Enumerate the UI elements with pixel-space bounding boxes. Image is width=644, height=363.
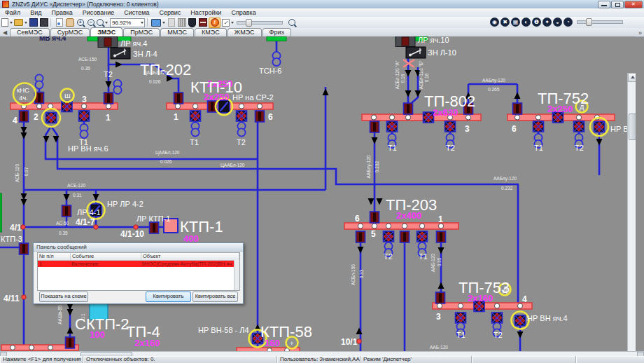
toggle-contrast-icon[interactable] bbox=[522, 18, 531, 27]
breaker-tp202-yach6[interactable] bbox=[46, 113, 57, 123]
opacity-slider[interactable] bbox=[237, 21, 283, 25]
minimize-button[interactable] bbox=[598, 1, 610, 8]
ground-switch-zn-l10[interactable] bbox=[406, 47, 426, 58]
show-on-scheme-button[interactable]: Показать на схеме bbox=[39, 292, 88, 302]
scheme-label: Т1 bbox=[456, 331, 465, 339]
cell-ktp10-t1[interactable] bbox=[190, 111, 201, 121]
toggle-num-icon[interactable] bbox=[532, 18, 541, 27]
toggle-quarter-icon[interactable] bbox=[564, 18, 573, 27]
zoom-out-button[interactable]: − bbox=[86, 18, 95, 27]
layers-icon bbox=[178, 18, 186, 27]
cell-tp802-in1[interactable] bbox=[404, 103, 413, 114]
dialog-title[interactable]: Панель сообщений bbox=[34, 243, 243, 252]
cell-tp202-t1[interactable] bbox=[79, 111, 90, 121]
menu-item-Рисование[interactable]: Рисование bbox=[78, 8, 119, 17]
cell-tp203-t2[interactable] bbox=[384, 231, 394, 242]
cell-tp203-6[interactable] bbox=[356, 231, 365, 242]
cell-ktp3[interactable] bbox=[20, 243, 29, 254]
journal-button[interactable] bbox=[198, 18, 207, 27]
menu-item-Справка[interactable]: Справка bbox=[226, 8, 260, 17]
tabs-overflow-chevron[interactable]: » bbox=[638, 29, 642, 36]
disconnector-lr-yach10[interactable] bbox=[396, 36, 415, 47]
cell-ktp10-1[interactable] bbox=[174, 93, 183, 104]
cell-tp202-4[interactable] bbox=[20, 111, 29, 122]
preview-button[interactable] bbox=[55, 18, 64, 27]
open-button[interactable] bbox=[14, 18, 27, 27]
disconnector-lr-4-1[interactable] bbox=[62, 205, 71, 217]
cell-tp203-5[interactable] bbox=[370, 212, 379, 223]
cell-tp753-3[interactable] bbox=[436, 292, 445, 303]
tab-СурМЭС[interactable]: СурМЭС bbox=[50, 28, 90, 36]
scale-slider[interactable] bbox=[577, 20, 623, 24]
menu-item-Сервис[interactable]: Сервис bbox=[154, 8, 186, 17]
cell-tp752-t2[interactable] bbox=[574, 121, 584, 132]
open-switch-tp753-vn4[interactable] bbox=[515, 315, 526, 326]
tabs-scroll-left[interactable]: ◀ bbox=[0, 29, 10, 36]
zoom-area-button[interactable] bbox=[97, 18, 108, 27]
new-button[interactable] bbox=[1, 18, 13, 27]
tab-ЗМЭС[interactable]: ЗМЭС bbox=[90, 27, 122, 36]
cell-tp753-t2[interactable] bbox=[492, 313, 503, 323]
message-row[interactable]: 1ВключениеЗНОС|Средняя Ахтуба|ТП-202|ВН … bbox=[38, 261, 239, 267]
toggle-star-icon[interactable] bbox=[542, 18, 552, 27]
disconnector-lr-ktp1[interactable] bbox=[150, 222, 159, 233]
cell-tp752-6[interactable] bbox=[513, 103, 522, 114]
table-scrollbar[interactable] bbox=[234, 260, 239, 290]
column-event[interactable]: Событие bbox=[71, 253, 141, 260]
acknowledge-button[interactable]: Квитировать bbox=[146, 292, 191, 302]
vertical-scrollbar[interactable] bbox=[627, 73, 636, 351]
monitor-button[interactable] bbox=[151, 18, 165, 27]
zoom-in-button[interactable]: + bbox=[76, 18, 85, 27]
maximize-button[interactable] bbox=[611, 1, 624, 8]
tab-ЖМЭС[interactable]: ЖМЭС bbox=[227, 28, 262, 36]
pan-button[interactable] bbox=[65, 18, 74, 27]
column-num[interactable]: № п/л bbox=[38, 253, 71, 260]
menu-item-Файл[interactable]: Файл bbox=[0, 8, 25, 17]
alarm-panel-button[interactable]: ! bbox=[209, 18, 220, 28]
close-button[interactable] bbox=[624, 1, 643, 8]
export-button[interactable] bbox=[39, 18, 48, 27]
zoom-level-combo[interactable]: 96.92% bbox=[110, 18, 145, 27]
cell-tp203-mid[interactable] bbox=[400, 231, 410, 242]
disconnector-lr-yach4[interactable] bbox=[98, 37, 118, 48]
tab-ММЭС[interactable]: ММЭС bbox=[160, 28, 194, 36]
vertical-scroll-thumb[interactable] bbox=[629, 114, 636, 140]
alarm-icon: ! bbox=[211, 18, 219, 27]
cell-tp4-in[interactable] bbox=[66, 337, 75, 348]
toggle-state-icon[interactable] bbox=[490, 18, 499, 27]
cell-tp802-t2[interactable] bbox=[445, 121, 456, 132]
toggle-off-icon[interactable] bbox=[500, 18, 510, 27]
tab-СевМЭС[interactable]: СевМЭС bbox=[10, 28, 50, 36]
menu-item-Вид[interactable]: Вид bbox=[25, 8, 46, 17]
status-empty-2 bbox=[576, 356, 644, 363]
cell-tp203-1[interactable] bbox=[437, 231, 446, 242]
cell-tp802-t1[interactable] bbox=[387, 121, 398, 132]
layers-button[interactable] bbox=[177, 18, 186, 27]
cell-ktp10-t2[interactable] bbox=[237, 111, 247, 121]
search-button[interactable] bbox=[287, 18, 296, 27]
column-object[interactable]: Объект bbox=[141, 253, 239, 260]
report-button[interactable] bbox=[167, 18, 176, 27]
acknowledge-all-button[interactable]: Квитировать все bbox=[192, 292, 238, 302]
security-button[interactable] bbox=[188, 18, 197, 27]
confirm-button[interactable]: ✓ bbox=[222, 18, 234, 27]
tab-Фриз[interactable]: Фриз bbox=[262, 28, 291, 36]
save-button[interactable] bbox=[29, 18, 38, 27]
open-switch-tp752-vn[interactable] bbox=[594, 122, 605, 132]
tab-ПрМЭС[interactable]: ПрМЭС bbox=[123, 28, 160, 36]
toggle-grid-icon[interactable] bbox=[511, 18, 520, 27]
menu-item-Система[interactable]: Система bbox=[119, 8, 154, 17]
cell-tp752-t1[interactable] bbox=[533, 121, 544, 132]
toggle-half-icon[interactable] bbox=[553, 18, 562, 27]
cell-tp202-1[interactable] bbox=[104, 93, 113, 104]
cell-ktp10-6[interactable] bbox=[255, 111, 265, 122]
cell-tp802-out[interactable] bbox=[370, 121, 379, 132]
menu-item-Правка[interactable]: Правка bbox=[46, 8, 77, 17]
menu-item-Настройки[interactable]: Настройки bbox=[186, 8, 226, 17]
scroll-up-button[interactable] bbox=[628, 73, 636, 82]
tab-КМЭС[interactable]: КМЭС bbox=[195, 28, 227, 36]
cell-tp203-t1[interactable] bbox=[417, 231, 428, 242]
ground-switch-zn-l4[interactable] bbox=[111, 48, 130, 59]
cell-tp753-t1[interactable] bbox=[456, 313, 466, 323]
message-panel-dialog[interactable]: Панель сообщений № п/л Событие Объект 1В… bbox=[33, 242, 244, 304]
